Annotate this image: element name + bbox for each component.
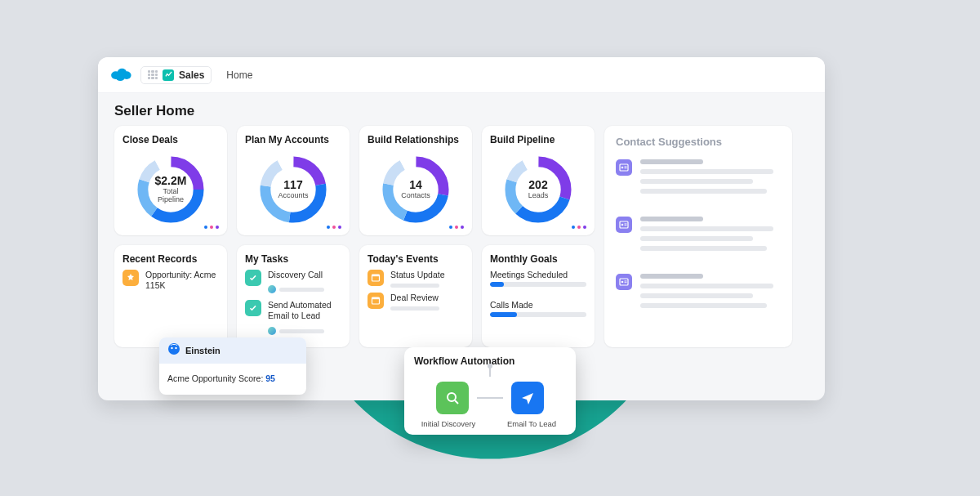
svg-point-3: [116, 73, 125, 81]
goal-progress-bar: [490, 282, 586, 287]
workflow-step-search-icon[interactable]: [436, 382, 469, 414]
task-body: Send Automated Email to Lead: [268, 300, 341, 336]
svg-point-42: [175, 347, 176, 349]
workflow-automation-card[interactable]: Workflow Automation Initial Discovery Em…: [404, 347, 576, 435]
suggestion-item[interactable]: [616, 159, 781, 199]
svg-point-33: [621, 281, 624, 284]
svg-rect-27: [625, 168, 627, 168]
task-check-icon: [245, 270, 261, 286]
recent-record-item[interactable]: Opportunity: Acme 115K: [122, 270, 219, 291]
svg-point-29: [621, 224, 624, 226]
einstein-score: 95: [265, 373, 275, 383]
card-title: My Tasks: [245, 253, 341, 265]
donut-center: 14 Contacts: [401, 179, 430, 199]
card-title: Today's Events: [368, 253, 464, 265]
todays-events-card[interactable]: Today's Events Status Update Deal Review: [359, 245, 472, 347]
pager-dots: [572, 226, 586, 229]
svg-rect-30: [625, 224, 627, 225]
avatar-icon: [268, 285, 276, 293]
task-item[interactable]: Discovery Call: [245, 270, 341, 295]
contact-suggestions-card[interactable]: Contact Suggestions: [604, 126, 792, 347]
pager-dots: [327, 226, 341, 229]
calendar-icon: [368, 293, 384, 309]
app-switcher[interactable]: Sales: [140, 66, 212, 84]
workflow-connector-icon: [489, 367, 491, 377]
contact-card-icon: [616, 217, 632, 233]
kpi-card-build-pipeline[interactable]: Build Pipeline 202 Leads: [482, 126, 595, 235]
event-item[interactable]: Status Update: [368, 270, 464, 288]
suggestion-item[interactable]: [616, 274, 781, 313]
donut-center: $2.2M Total Pipeline: [155, 175, 187, 203]
calendar-icon: [368, 270, 384, 286]
suggestion-item[interactable]: [616, 217, 781, 256]
app-launcher-icon: [148, 70, 158, 80]
topbar: Sales Home: [98, 57, 825, 93]
einstein-card[interactable]: Einstein Acme Opportunity Score: 95: [159, 337, 306, 395]
kpi-card-plan-accounts[interactable]: Plan My Accounts 117 Accounts: [237, 126, 350, 235]
event-body: Deal Review: [390, 293, 464, 311]
svg-rect-31: [625, 225, 627, 226]
card-title: Recent Records: [122, 253, 219, 265]
recent-records-card[interactable]: Recent Records Opportunity: Acme 115K: [114, 245, 227, 347]
my-tasks-card[interactable]: My Tasks Discovery Call Send Automated E…: [237, 245, 350, 347]
svg-point-25: [621, 167, 624, 169]
suggestion-skeleton: [640, 274, 781, 313]
workflow-connector-icon: [477, 397, 503, 399]
workflow-labels: Initial Discovery Email To Lead: [414, 419, 566, 428]
task-body: Discovery Call: [268, 270, 341, 295]
card-title: Monthly Goals: [490, 253, 586, 265]
donut-chart: 117 Accounts: [245, 150, 341, 229]
workflow-step-send-icon[interactable]: [511, 382, 544, 414]
donut-center: 117 Accounts: [278, 179, 308, 199]
svg-line-44: [455, 400, 458, 404]
donut-chart: 202 Leads: [490, 150, 586, 229]
pager-dots: [449, 226, 464, 229]
page-title: Seller Home: [98, 93, 825, 126]
card-title: Plan My Accounts: [245, 134, 341, 145]
donut-chart: $2.2M Total Pipeline: [122, 150, 219, 229]
contact-card-icon: [616, 159, 632, 176]
card-title: Close Deals: [122, 134, 219, 145]
donut-center: 202 Leads: [528, 179, 549, 199]
record-label: Opportunity: Acme 115K: [145, 270, 219, 291]
suggestion-skeleton: [640, 159, 781, 199]
suggestion-skeleton: [640, 217, 781, 256]
skeleton-line: [390, 284, 439, 288]
card-title: Build Relationships: [368, 134, 464, 145]
einstein-body: Acme Opportunity Score: 95: [159, 364, 306, 395]
svg-point-43: [448, 393, 456, 401]
svg-rect-37: [372, 275, 380, 276]
task-check-icon: [245, 300, 261, 316]
einstein-icon: [167, 342, 180, 359]
task-item[interactable]: Send Automated Email to Lead: [245, 300, 341, 336]
svg-point-40: [168, 343, 180, 355]
workflow-step-label: Initial Discovery: [416, 419, 481, 428]
svg-rect-35: [625, 282, 627, 283]
opportunity-icon: [122, 270, 139, 286]
svg-rect-28: [620, 221, 628, 228]
einstein-title: Einstein: [185, 346, 220, 355]
skeleton-line: [279, 288, 324, 292]
svg-point-41: [171, 347, 172, 349]
svg-rect-24: [620, 164, 628, 171]
salesforce-logo-icon: [109, 65, 132, 85]
app-name: Sales: [179, 69, 204, 81]
event-body: Status Update: [390, 270, 464, 288]
goal-progress-bar: [490, 312, 586, 317]
einstein-header: Einstein: [159, 337, 306, 364]
goal-label: Meetings Scheduled: [490, 270, 586, 279]
nav-home[interactable]: Home: [220, 66, 259, 84]
card-title: Contact Suggestions: [616, 136, 781, 148]
workflow-diagram: [414, 373, 566, 414]
card-title: Build Pipeline: [490, 134, 586, 145]
event-item[interactable]: Deal Review: [368, 293, 464, 311]
goal-label: Calls Made: [490, 300, 586, 310]
workflow-step-label: Email To Lead: [499, 419, 564, 428]
kpi-card-close-deals[interactable]: Close Deals $2.2M Total Pipeline: [114, 126, 227, 235]
svg-rect-39: [372, 297, 380, 299]
svg-rect-34: [625, 281, 627, 282]
skeleton-line: [279, 329, 324, 333]
monthly-goals-card[interactable]: Monthly Goals Meetings Scheduled Calls M…: [482, 245, 595, 347]
kpi-card-build-relationships[interactable]: Build Relationships 14 Contacts: [359, 126, 472, 235]
pager-dots: [204, 226, 219, 229]
